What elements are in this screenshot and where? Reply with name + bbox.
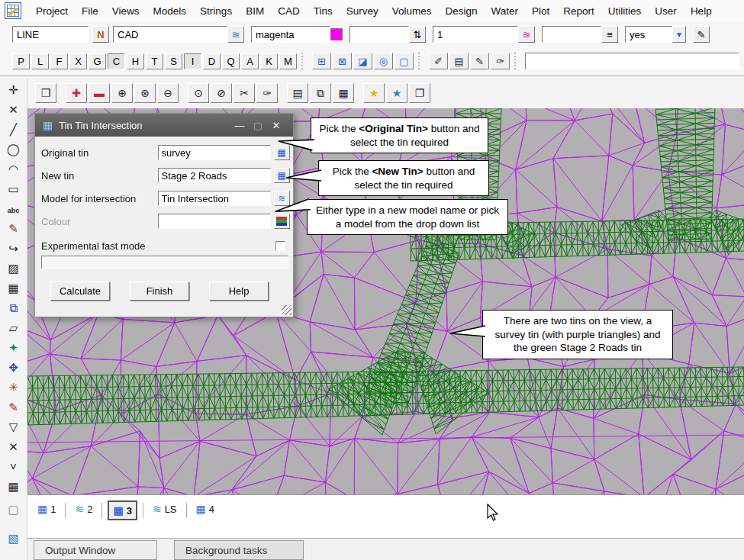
tool-circle-button[interactable]: ◯ xyxy=(2,140,25,159)
zoom-world-button[interactable]: ⊘ xyxy=(211,83,232,103)
menu-strings[interactable]: Strings xyxy=(193,2,239,21)
line-weight-button[interactable]: ≡ xyxy=(601,26,618,43)
fkey-t-button[interactable]: T xyxy=(146,53,163,69)
colour-input[interactable] xyxy=(251,26,330,43)
menu-help[interactable]: Help xyxy=(684,2,719,21)
tool-chevron-button[interactable]: ˅ xyxy=(2,457,25,477)
tool-grid-button[interactable]: ▦ xyxy=(2,278,25,298)
tin-select-button[interactable]: ≋ xyxy=(518,26,535,43)
new-tin-picker-button[interactable]: ▦ xyxy=(274,168,290,183)
menu-survey[interactable]: Survey xyxy=(340,2,385,21)
command-input[interactable] xyxy=(525,53,739,69)
tool-offset-button[interactable]: ↪ xyxy=(2,239,25,259)
model-layers-button[interactable]: ≋ xyxy=(227,26,244,43)
background-tasks-tab[interactable]: Background tasks xyxy=(174,540,304,560)
help-button[interactable]: Help xyxy=(209,282,269,301)
print-button[interactable]: ▤ xyxy=(287,83,308,103)
original-tin-picker-button[interactable]: ▦ xyxy=(274,145,290,160)
restore-window-button[interactable]: ❐ xyxy=(409,83,430,103)
view-tab-4[interactable]: ▦4 xyxy=(192,500,218,517)
cut-button[interactable]: ✂ xyxy=(234,83,255,103)
fkey-g-button[interactable]: G xyxy=(89,53,106,69)
zoom-out-button[interactable]: ⊖ xyxy=(157,83,179,103)
edit-pen-button[interactable]: ✎ xyxy=(470,53,489,69)
view-tab-3[interactable]: ▦3 xyxy=(108,500,137,520)
tool-hatch-button[interactable]: ▨ xyxy=(2,259,25,278)
menu-project[interactable]: Project xyxy=(29,2,75,21)
view-tab-1[interactable]: ▦1 xyxy=(34,500,60,517)
tool-cross-button[interactable]: ✕ xyxy=(2,437,25,457)
sort-numeric-button[interactable]: ⇅ xyxy=(409,26,426,43)
tool-point-star-button[interactable]: ✦ xyxy=(2,338,25,358)
new-tin-input[interactable] xyxy=(158,168,271,183)
remove-button[interactable]: ▬ xyxy=(89,83,110,103)
snap-target-button[interactable]: ⊞ xyxy=(312,53,331,69)
menu-tins[interactable]: Tins xyxy=(307,2,340,21)
fkey-h-button[interactable]: H xyxy=(127,53,144,69)
add-button[interactable]: ✚ xyxy=(66,83,87,103)
menu-bim[interactable]: BIM xyxy=(239,2,271,21)
tool-mesh-button[interactable]: ▦ xyxy=(2,477,25,497)
minimize-button[interactable]: — xyxy=(230,120,249,131)
edit-pencil-button[interactable]: ✎ xyxy=(693,26,710,43)
tinable-dropdown-button[interactable]: ▼ xyxy=(672,26,686,43)
brush-button[interactable]: ✑ xyxy=(256,83,278,103)
fkey-q-button[interactable]: Q xyxy=(222,53,240,69)
snap-box-x-button[interactable]: ⊠ xyxy=(333,53,352,69)
tool-arc-button[interactable]: ◠ xyxy=(2,159,25,179)
zoom-previous-button[interactable]: ⊛ xyxy=(134,83,156,103)
dialog-titlebar[interactable]: ▦ Tin Tin Intersection — ▢ ✕ xyxy=(35,114,293,137)
tool-triangle-button[interactable]: ▽ xyxy=(2,417,25,437)
fkey-d-button[interactable]: D xyxy=(203,53,221,69)
view-tab-ls[interactable]: ≋LS xyxy=(149,500,181,517)
tool-rectangle-button[interactable]: ▭ xyxy=(2,179,25,199)
grid-view-button[interactable]: ▦ xyxy=(333,83,354,103)
snap-box-diagonal-button[interactable]: ◪ xyxy=(353,53,372,69)
output-window-tab[interactable]: Output Window xyxy=(34,540,157,560)
menu-file[interactable]: File xyxy=(75,2,105,21)
line-style-input[interactable] xyxy=(12,26,89,43)
measure-pen-button[interactable]: ✐ xyxy=(429,53,448,69)
point-value-input[interactable] xyxy=(433,26,518,43)
snap-circle-button[interactable]: ◎ xyxy=(374,53,393,69)
copy-button[interactable]: ⧉ xyxy=(310,83,331,103)
snap-dashed-box-button[interactable]: ▢ xyxy=(395,53,414,69)
blank-field-1[interactable] xyxy=(349,26,409,43)
cad-mode-input[interactable] xyxy=(113,26,227,43)
colour-swatch[interactable] xyxy=(330,28,343,40)
fkey-m-button[interactable]: M xyxy=(279,53,297,69)
menu-water[interactable]: Water xyxy=(485,2,526,21)
fkey-c-button[interactable]: C xyxy=(108,53,125,69)
menu-plot[interactable]: Plot xyxy=(525,2,556,21)
new-view-button[interactable]: ❒ xyxy=(35,83,56,103)
zoom-in-button[interactable]: ⊕ xyxy=(111,83,133,103)
fkey-x-button[interactable]: X xyxy=(69,53,87,69)
tool-snap-star-button[interactable]: ✳ xyxy=(2,378,25,397)
menu-utilities[interactable]: Utilities xyxy=(601,2,649,21)
maximize-button[interactable]: ▢ xyxy=(249,120,267,131)
tinable-input[interactable] xyxy=(625,26,672,43)
tool-picker-button[interactable]: ▧ xyxy=(2,529,25,549)
menu-views[interactable]: Views xyxy=(105,2,147,21)
menu-design[interactable]: Design xyxy=(439,2,485,21)
fkey-a-button[interactable]: A xyxy=(241,53,259,69)
tool-line-button[interactable]: ╱ xyxy=(2,120,25,140)
tool-dashed-grid-button[interactable]: ▢ xyxy=(2,500,25,520)
fkey-k-button[interactable]: K xyxy=(260,53,278,69)
tool-pen-button[interactable]: ✎ xyxy=(2,219,25,239)
tool-delete-button[interactable]: ✕ xyxy=(2,100,25,120)
tool-parallelogram-button[interactable]: ▱ xyxy=(2,318,25,338)
model-input[interactable] xyxy=(158,191,271,206)
tool-select-button[interactable]: ✛ xyxy=(2,80,25,100)
menu-cad[interactable]: CAD xyxy=(271,2,307,21)
fkey-f-button[interactable]: F xyxy=(50,53,68,69)
close-button[interactable]: ✕ xyxy=(267,120,285,131)
menu-user[interactable]: User xyxy=(648,2,684,21)
colour-value-input[interactable] xyxy=(158,214,271,229)
tool-move-button[interactable]: ✥ xyxy=(2,358,25,378)
tool-text-button[interactable]: abc xyxy=(2,199,25,219)
fkey-s-button[interactable]: S xyxy=(165,53,182,69)
text-style-button[interactable]: N xyxy=(92,26,109,43)
menu-report[interactable]: Report xyxy=(556,2,601,21)
original-tin-input[interactable] xyxy=(158,145,271,160)
